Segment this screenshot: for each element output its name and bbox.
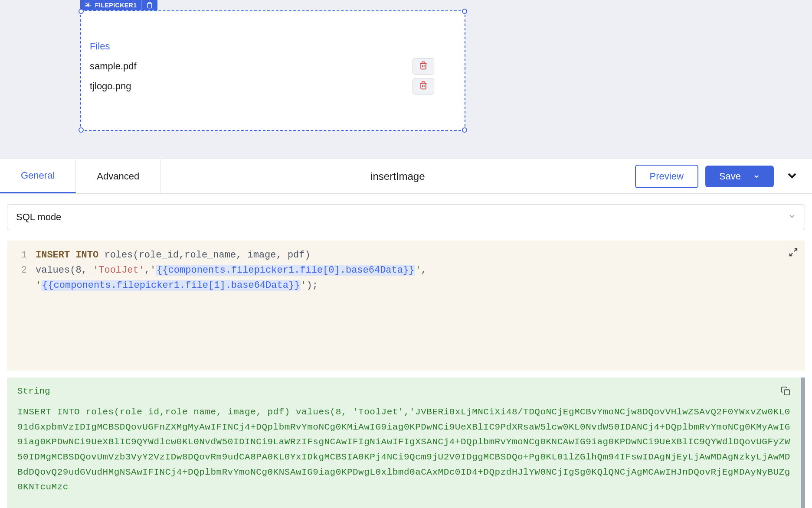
mode-selector[interactable]	[7, 204, 805, 230]
line-number: 2	[14, 263, 27, 278]
file-row: tjlogo.png	[90, 76, 456, 96]
expand-button[interactable]	[789, 247, 798, 260]
code-line-1: 1 INSERT INTO roles(role_id,role_name, i…	[14, 247, 783, 263]
widget-name-label: FILEPICKER1	[95, 2, 137, 9]
result-content: INSERT INTO roles(role_id,role_name, ima…	[17, 405, 790, 495]
file-delete-button[interactable]	[413, 78, 434, 94]
code-line-2: 2 values(8, 'ToolJet','{{components.file…	[14, 263, 783, 278]
svg-rect-5	[784, 390, 789, 395]
panel-actions: Preview Save	[635, 165, 803, 188]
resize-handle-tl[interactable]	[79, 9, 84, 14]
resize-handle-tr[interactable]	[462, 9, 467, 14]
panel-header: General Advanced insertImage Preview Sav…	[0, 159, 812, 194]
file-row: sample.pdf	[90, 56, 456, 76]
mode-select-input[interactable]	[7, 204, 805, 230]
result-type-label: String	[17, 386, 790, 396]
collapse-toggle[interactable]	[781, 169, 803, 184]
sql-code-editor[interactable]: 1 INSERT INTO roles(role_id,role_name, i…	[7, 241, 805, 371]
widget-delete-button[interactable]	[142, 0, 157, 10]
result-panel: String INSERT INTO roles(role_id,role_na…	[7, 378, 805, 508]
line-number: 1	[14, 247, 27, 263]
query-name[interactable]: insertImage	[160, 170, 635, 182]
query-editor-panel: General Advanced insertImage Preview Sav…	[0, 159, 812, 508]
code-line-2-cont: '{{components.filepicker1.file[1].base64…	[14, 278, 783, 293]
trash-icon	[419, 81, 428, 91]
filepicker-widget[interactable]: FILEPICKER1 Files samp	[80, 0, 465, 131]
chevron-down-icon	[753, 173, 760, 180]
file-name: tjlogo.png	[90, 81, 131, 92]
widget-body[interactable]: Files sample.pdf	[80, 10, 465, 131]
canvas-area[interactable]: FILEPICKER1 Files samp	[0, 0, 812, 159]
copy-button[interactable]	[781, 386, 790, 398]
chevron-down-icon	[785, 176, 799, 184]
widget-settings-button[interactable]: FILEPICKER1	[80, 0, 141, 10]
file-name: sample.pdf	[90, 61, 137, 72]
widget-header[interactable]: FILEPICKER1	[80, 0, 157, 10]
resize-handle-bl[interactable]	[79, 127, 84, 133]
save-label: Save	[719, 171, 741, 182]
gear-icon	[85, 2, 92, 9]
copy-icon	[781, 388, 790, 398]
trash-icon	[419, 61, 428, 72]
file-delete-button[interactable]	[413, 58, 434, 75]
filepicker-content: Files sample.pdf	[81, 11, 465, 105]
trash-icon	[146, 2, 153, 9]
save-button[interactable]: Save	[705, 166, 774, 187]
files-heading: Files	[90, 41, 456, 52]
resize-handle-br[interactable]	[462, 127, 467, 133]
tab-advanced[interactable]: Advanced	[76, 159, 160, 193]
tab-general[interactable]: General	[0, 159, 76, 193]
expand-icon	[789, 249, 798, 260]
preview-button[interactable]: Preview	[635, 165, 698, 188]
tabs: General Advanced	[0, 159, 160, 193]
